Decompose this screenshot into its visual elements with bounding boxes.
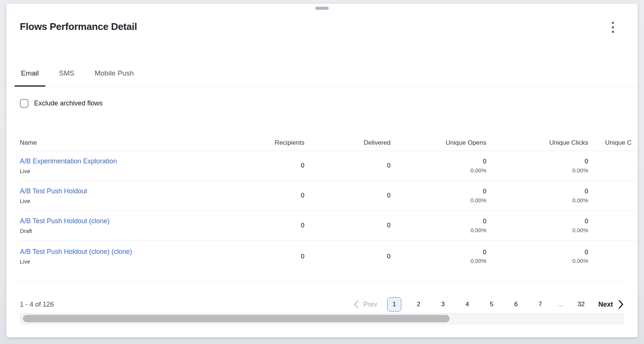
- kebab-vertical-icon: [612, 26, 614, 28]
- unique_clicks-value: 0: [486, 248, 588, 257]
- delivered-value: 0: [304, 221, 391, 230]
- unique_opens-cell: 00.00%: [391, 151, 486, 181]
- column-header-recipients: Recipients: [230, 135, 304, 151]
- divider: [20, 281, 623, 282]
- page-button-4[interactable]: 4: [460, 297, 474, 311]
- page-ellipsis: …: [558, 301, 564, 308]
- delivered-cell: 0: [304, 151, 391, 181]
- unique_clicks-rate: 0.00%: [486, 257, 588, 265]
- pager-controls: Prev 1234567…32 Next: [354, 297, 623, 311]
- unique_opens-cell: 00.00%: [391, 181, 486, 211]
- flow-name-cell: A/B Test Push HoldoutLive: [20, 181, 230, 211]
- prev-page-button[interactable]: Prev: [354, 300, 377, 308]
- unique_conversions-cell: [588, 151, 638, 181]
- prev-label: Prev: [363, 301, 377, 308]
- column-header-unique_clicks: Unique Clicks: [486, 135, 588, 151]
- unique_opens-rate: 0.00%: [391, 166, 486, 175]
- unique_conversions-cell: [588, 241, 638, 272]
- unique_opens-value: 0: [391, 248, 486, 257]
- page-button-7[interactable]: 7: [533, 297, 547, 311]
- kebab-menu-button[interactable]: [605, 19, 620, 36]
- unique_clicks-cell: 00.00%: [486, 211, 588, 240]
- unique_clicks-rate: 0.00%: [486, 166, 588, 175]
- recipients-value: 0: [230, 161, 304, 171]
- unique_opens-cell: 00.00%: [391, 241, 486, 272]
- flow-name-link[interactable]: A/B Test Push Holdout (clone) (clone): [20, 248, 132, 256]
- unique_conversions-cell: [588, 211, 638, 240]
- recipients-cell: 0: [230, 211, 304, 240]
- flow-name-cell: A/B Test Push Holdout (clone) (clone)Liv…: [20, 241, 230, 272]
- kebab-vertical-icon: [612, 31, 614, 33]
- table-row: A/B Test Push HoldoutLive0000.00%00.00%: [20, 181, 638, 211]
- delivered-cell: 0: [304, 211, 391, 240]
- kebab-vertical-icon: [612, 22, 614, 24]
- flows-performance-card: Flows Performance Detail EmailSMSMobile …: [6, 4, 638, 337]
- column-header-name: Name: [20, 135, 230, 151]
- unique_clicks-rate: 0.00%: [486, 196, 588, 205]
- unique_opens-value: 0: [391, 217, 486, 226]
- column-header-unique_opens: Unique Opens: [391, 135, 486, 151]
- recipients-value: 0: [230, 252, 304, 261]
- unique_opens-value: 0: [391, 157, 486, 166]
- horizontal-scrollbar-thumb[interactable]: [23, 315, 450, 322]
- page-button-3[interactable]: 3: [436, 297, 450, 311]
- unique_opens-cell: 00.00%: [391, 211, 486, 240]
- recipients-value: 0: [230, 221, 304, 230]
- horizontal-scrollbar-track[interactable]: [20, 313, 623, 324]
- page-button-5[interactable]: 5: [484, 297, 499, 311]
- drag-handle[interactable]: [315, 7, 329, 10]
- flow-name-link[interactable]: A/B Test Push Holdout (clone): [20, 217, 110, 225]
- column-header-unique_conversions: Unique C: [588, 135, 638, 151]
- delivered-value: 0: [304, 161, 391, 171]
- page-title: Flows Performance Detail: [20, 21, 137, 33]
- unique_clicks-value: 0: [486, 217, 588, 226]
- table-row: A/B Experimentation ExplorationLive0000.…: [20, 151, 638, 181]
- unique_conversions-cell: [588, 181, 638, 211]
- delivered-cell: 0: [304, 241, 391, 272]
- tab-sms[interactable]: SMS: [53, 60, 81, 86]
- flow-name-cell: A/B Test Push Holdout (clone)Draft: [20, 211, 230, 240]
- delivered-cell: 0: [304, 181, 391, 211]
- unique_clicks-value: 0: [486, 187, 588, 196]
- page-button-2[interactable]: 2: [411, 297, 426, 311]
- table-row: A/B Test Push Holdout (clone) (clone)Liv…: [20, 241, 638, 272]
- recipients-cell: 0: [230, 181, 304, 211]
- unique_opens-rate: 0.00%: [391, 257, 486, 265]
- unique_clicks-cell: 00.00%: [486, 181, 588, 211]
- exclude-archived-filter[interactable]: Exclude archived flows: [20, 97, 103, 109]
- unique_opens-rate: 0.00%: [391, 226, 486, 234]
- next-page-button[interactable]: Next: [598, 300, 623, 309]
- chevron-right-icon: [618, 300, 623, 309]
- chevron-left-icon: [354, 300, 359, 308]
- recipients-cell: 0: [230, 151, 304, 181]
- pagination-bar: 1 - 4 of 126 Prev 1234567…32 Next: [20, 294, 623, 315]
- recipients-value: 0: [230, 191, 304, 200]
- channel-tabs: EmailSMSMobile Push: [6, 60, 638, 87]
- flow-status: Live: [20, 168, 230, 175]
- unique_clicks-cell: 00.00%: [486, 151, 588, 181]
- flow-name-cell: A/B Experimentation ExplorationLive: [20, 151, 230, 181]
- unique_opens-value: 0: [391, 187, 486, 196]
- tab-mobile-push[interactable]: Mobile Push: [88, 60, 140, 86]
- table-header-row: NameRecipientsDeliveredUnique OpensUniqu…: [20, 135, 638, 151]
- unique_clicks-rate: 0.00%: [486, 226, 588, 234]
- page-button-1[interactable]: 1: [387, 297, 401, 311]
- flow-name-link[interactable]: A/B Test Push Holdout: [20, 187, 87, 196]
- flow-status: Draft: [20, 227, 230, 235]
- delivered-value: 0: [304, 191, 391, 200]
- exclude-archived-checkbox[interactable]: [20, 99, 28, 108]
- page-button-32[interactable]: 32: [574, 297, 588, 311]
- page-range-summary: 1 - 4 of 126: [20, 301, 54, 308]
- flow-status: Live: [20, 258, 230, 265]
- page-number-list: 1234567…32: [387, 297, 588, 311]
- unique_opens-rate: 0.00%: [391, 196, 486, 205]
- page-button-6[interactable]: 6: [509, 297, 523, 311]
- exclude-archived-label: Exclude archived flows: [34, 99, 103, 107]
- delivered-value: 0: [304, 252, 391, 261]
- tab-email[interactable]: Email: [15, 60, 45, 86]
- flow-name-link[interactable]: A/B Experimentation Exploration: [20, 157, 117, 166]
- unique_clicks-cell: 00.00%: [486, 241, 588, 272]
- column-header-delivered: Delivered: [304, 135, 391, 151]
- next-label: Next: [598, 301, 613, 308]
- table-row: A/B Test Push Holdout (clone)Draft0000.0…: [20, 211, 638, 241]
